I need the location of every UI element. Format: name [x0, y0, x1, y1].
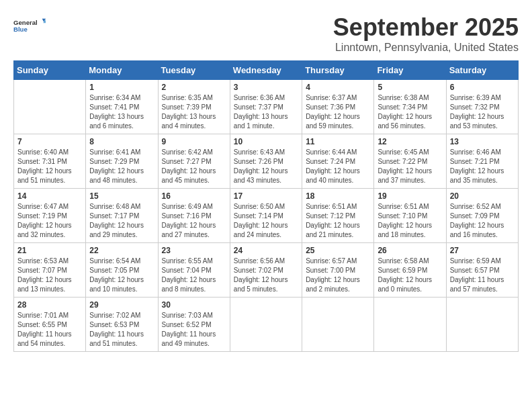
day-number: 27 — [450, 246, 515, 255]
calendar-cell: 6Sunrise: 6:39 AM Sunset: 7:32 PM Daylig… — [446, 80, 518, 134]
header-tuesday: Tuesday — [158, 61, 230, 80]
day-number: 22 — [89, 246, 154, 255]
day-info: Sunrise: 6:35 AM Sunset: 7:39 PM Dayligh… — [162, 93, 226, 131]
day-info: Sunrise: 6:59 AM Sunset: 6:57 PM Dayligh… — [450, 257, 515, 294]
day-number: 30 — [162, 300, 226, 310]
calendar-cell: 11Sunrise: 6:44 AM Sunset: 7:24 PM Dayli… — [302, 134, 374, 189]
calendar-cell — [446, 298, 518, 352]
day-number: 8 — [89, 137, 154, 146]
day-number: 13 — [450, 137, 515, 146]
day-number: 16 — [162, 191, 226, 201]
day-info: Sunrise: 6:38 AM Sunset: 7:34 PM Dayligh… — [378, 93, 442, 131]
day-info: Sunrise: 6:47 AM Sunset: 7:19 PM Dayligh… — [17, 202, 82, 240]
day-info: Sunrise: 6:43 AM Sunset: 7:26 PM Dayligh… — [234, 148, 298, 185]
week-row-4: 21Sunrise: 6:53 AM Sunset: 7:07 PM Dayli… — [14, 243, 519, 298]
day-number: 18 — [306, 191, 370, 201]
header-sunday: Sunday — [14, 61, 86, 80]
day-info: Sunrise: 6:55 AM Sunset: 7:04 PM Dayligh… — [162, 257, 226, 294]
header-monday: Monday — [86, 61, 158, 80]
day-number: 11 — [306, 137, 370, 146]
calendar-cell: 17Sunrise: 6:50 AM Sunset: 7:14 PM Dayli… — [230, 189, 302, 243]
day-number: 26 — [378, 246, 442, 255]
day-info: Sunrise: 6:36 AM Sunset: 7:37 PM Dayligh… — [234, 93, 298, 131]
day-info: Sunrise: 6:50 AM Sunset: 7:14 PM Dayligh… — [234, 202, 298, 240]
day-number: 10 — [234, 137, 298, 146]
day-info: Sunrise: 6:56 AM Sunset: 7:02 PM Dayligh… — [234, 257, 298, 294]
calendar-cell: 4Sunrise: 6:37 AM Sunset: 7:36 PM Daylig… — [302, 80, 374, 134]
day-number: 19 — [378, 191, 442, 201]
week-row-5: 28Sunrise: 7:01 AM Sunset: 6:55 PM Dayli… — [14, 298, 519, 352]
day-number: 5 — [378, 83, 442, 92]
day-number: 28 — [17, 300, 82, 310]
calendar-cell: 23Sunrise: 6:55 AM Sunset: 7:04 PM Dayli… — [158, 243, 230, 298]
day-number: 25 — [306, 246, 370, 255]
calendar-cell: 19Sunrise: 6:51 AM Sunset: 7:10 PM Dayli… — [374, 189, 446, 243]
day-info: Sunrise: 6:58 AM Sunset: 6:59 PM Dayligh… — [378, 257, 442, 294]
calendar-cell: 28Sunrise: 7:01 AM Sunset: 6:55 PM Dayli… — [14, 298, 86, 352]
day-info: Sunrise: 6:39 AM Sunset: 7:32 PM Dayligh… — [450, 93, 515, 131]
week-row-2: 7Sunrise: 6:40 AM Sunset: 7:31 PM Daylig… — [14, 134, 519, 189]
calendar-cell: 26Sunrise: 6:58 AM Sunset: 6:59 PM Dayli… — [374, 243, 446, 298]
week-row-1: 1Sunrise: 6:34 AM Sunset: 7:41 PM Daylig… — [14, 80, 519, 134]
day-info: Sunrise: 6:54 AM Sunset: 7:05 PM Dayligh… — [89, 257, 154, 294]
logo-svg: General Blue — [13, 13, 46, 40]
day-info: Sunrise: 6:44 AM Sunset: 7:24 PM Dayligh… — [306, 148, 370, 185]
svg-text:Blue: Blue — [13, 26, 28, 33]
calendar-cell: 12Sunrise: 6:45 AM Sunset: 7:22 PM Dayli… — [374, 134, 446, 189]
day-info: Sunrise: 7:01 AM Sunset: 6:55 PM Dayligh… — [17, 311, 82, 349]
calendar-cell: 14Sunrise: 6:47 AM Sunset: 7:19 PM Dayli… — [14, 189, 86, 243]
day-number: 4 — [306, 83, 370, 92]
week-row-3: 14Sunrise: 6:47 AM Sunset: 7:19 PM Dayli… — [14, 189, 519, 243]
day-number: 20 — [450, 191, 515, 201]
day-number: 9 — [162, 137, 226, 146]
page-header: General Blue September 2025 Linntown, Pe… — [13, 13, 519, 54]
day-number: 23 — [162, 246, 226, 255]
day-info: Sunrise: 6:49 AM Sunset: 7:16 PM Dayligh… — [162, 202, 226, 240]
calendar-cell: 21Sunrise: 6:53 AM Sunset: 7:07 PM Dayli… — [14, 243, 86, 298]
logo: General Blue — [13, 13, 46, 40]
day-number: 14 — [17, 191, 82, 201]
day-info: Sunrise: 6:42 AM Sunset: 7:27 PM Dayligh… — [162, 148, 226, 185]
calendar-cell: 18Sunrise: 6:51 AM Sunset: 7:12 PM Dayli… — [302, 189, 374, 243]
day-info: Sunrise: 6:48 AM Sunset: 7:17 PM Dayligh… — [89, 202, 154, 240]
day-info: Sunrise: 6:51 AM Sunset: 7:10 PM Dayligh… — [378, 202, 442, 240]
day-info: Sunrise: 7:03 AM Sunset: 6:52 PM Dayligh… — [162, 311, 226, 349]
header-wednesday: Wednesday — [230, 61, 302, 80]
day-number: 29 — [89, 300, 154, 310]
calendar-cell: 13Sunrise: 6:46 AM Sunset: 7:21 PM Dayli… — [446, 134, 518, 189]
day-info: Sunrise: 6:45 AM Sunset: 7:22 PM Dayligh… — [378, 148, 442, 185]
day-number: 2 — [162, 83, 226, 92]
calendar-cell: 29Sunrise: 7:02 AM Sunset: 6:53 PM Dayli… — [86, 298, 158, 352]
calendar-table: Sunday Monday Tuesday Wednesday Thursday… — [13, 60, 519, 352]
calendar-cell: 8Sunrise: 6:41 AM Sunset: 7:29 PM Daylig… — [86, 134, 158, 189]
day-number: 7 — [17, 137, 82, 146]
calendar-cell: 16Sunrise: 6:49 AM Sunset: 7:16 PM Dayli… — [158, 189, 230, 243]
day-number: 24 — [234, 246, 298, 255]
calendar-cell: 1Sunrise: 6:34 AM Sunset: 7:41 PM Daylig… — [86, 80, 158, 134]
day-info: Sunrise: 7:02 AM Sunset: 6:53 PM Dayligh… — [89, 311, 154, 349]
calendar-title: September 2025 — [333, 13, 519, 42]
calendar-cell: 3Sunrise: 6:36 AM Sunset: 7:37 PM Daylig… — [230, 80, 302, 134]
day-number: 12 — [378, 137, 442, 146]
calendar-cell — [14, 80, 86, 134]
day-info: Sunrise: 6:40 AM Sunset: 7:31 PM Dayligh… — [17, 148, 82, 185]
day-info: Sunrise: 6:37 AM Sunset: 7:36 PM Dayligh… — [306, 93, 370, 131]
day-info: Sunrise: 6:53 AM Sunset: 7:07 PM Dayligh… — [17, 257, 82, 294]
day-number: 6 — [450, 83, 515, 92]
calendar-cell: 7Sunrise: 6:40 AM Sunset: 7:31 PM Daylig… — [14, 134, 86, 189]
day-number: 3 — [234, 83, 298, 92]
calendar-cell: 22Sunrise: 6:54 AM Sunset: 7:05 PM Dayli… — [86, 243, 158, 298]
calendar-cell: 27Sunrise: 6:59 AM Sunset: 6:57 PM Dayli… — [446, 243, 518, 298]
day-info: Sunrise: 6:52 AM Sunset: 7:09 PM Dayligh… — [450, 202, 515, 240]
header-thursday: Thursday — [302, 61, 374, 80]
calendar-cell: 2Sunrise: 6:35 AM Sunset: 7:39 PM Daylig… — [158, 80, 230, 134]
day-number: 1 — [89, 83, 154, 92]
header-friday: Friday — [374, 61, 446, 80]
calendar-cell: 9Sunrise: 6:42 AM Sunset: 7:27 PM Daylig… — [158, 134, 230, 189]
calendar-cell: 24Sunrise: 6:56 AM Sunset: 7:02 PM Dayli… — [230, 243, 302, 298]
calendar-cell — [374, 298, 446, 352]
day-info: Sunrise: 6:46 AM Sunset: 7:21 PM Dayligh… — [450, 148, 515, 185]
calendar-cell: 30Sunrise: 7:03 AM Sunset: 6:52 PM Dayli… — [158, 298, 230, 352]
day-number: 15 — [89, 191, 154, 201]
day-info: Sunrise: 6:34 AM Sunset: 7:41 PM Dayligh… — [89, 93, 154, 131]
